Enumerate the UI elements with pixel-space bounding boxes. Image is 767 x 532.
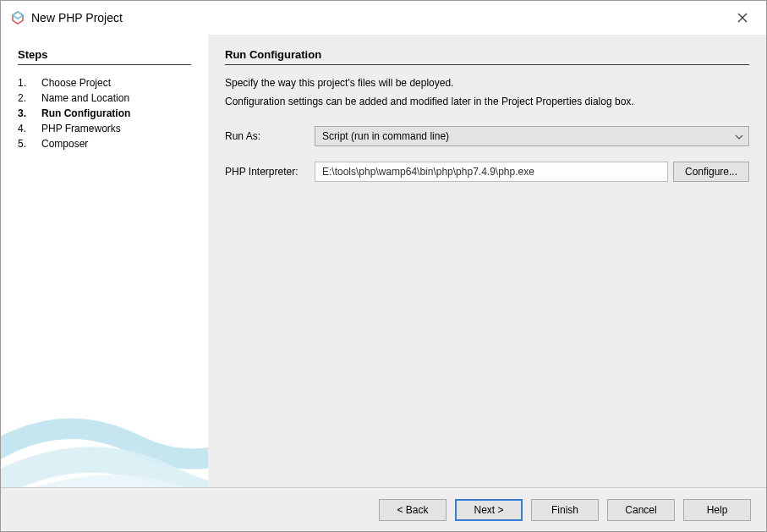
cancel-button[interactable]: Cancel — [607, 499, 675, 521]
step-num: 4. — [18, 123, 30, 134]
step-num: 2. — [18, 92, 30, 104]
window-title: New PHP Project — [31, 11, 726, 25]
step-item-1: 1. Choose Project — [18, 75, 191, 90]
steps-sidebar: Steps 1. Choose Project 2. Name and Loca… — [1, 35, 208, 487]
app-icon — [11, 11, 25, 25]
next-button[interactable]: Next > — [455, 499, 523, 521]
steps-list: 1. Choose Project 2. Name and Location 3… — [18, 75, 191, 151]
interpreter-row: PHP Interpreter: E:\tools\php\wamp64\bin… — [225, 162, 749, 182]
titlebar: New PHP Project — [1, 1, 766, 35]
run-as-value: Script (run in command line) — [322, 130, 449, 142]
divider — [18, 64, 191, 65]
run-as-label: Run As: — [225, 130, 310, 142]
chevron-down-icon — [735, 130, 743, 142]
interpreter-value: E:\tools\php\wamp64\bin\php\php7.4.9\php… — [322, 166, 534, 178]
finish-button[interactable]: Finish — [531, 499, 599, 521]
dialog-body: Steps 1. Choose Project 2. Name and Loca… — [1, 35, 766, 487]
step-item-3: 3. Run Configuration — [18, 106, 191, 121]
run-as-select[interactable]: Script (run in command line) — [315, 126, 749, 146]
run-as-row: Run As: Script (run in command line) — [225, 126, 749, 146]
decorative-wave-icon — [1, 301, 208, 487]
step-label: Name and Location — [41, 92, 129, 104]
step-label: Choose Project — [41, 77, 111, 89]
step-label: Composer — [41, 138, 88, 150]
configure-button[interactable]: Configure... — [673, 162, 749, 182]
interpreter-field[interactable]: E:\tools\php\wamp64\bin\php\php7.4.9\php… — [315, 162, 668, 182]
close-icon — [737, 13, 748, 23]
close-button[interactable] — [726, 5, 759, 30]
main-panel: Run Configuration Specify the way this p… — [208, 35, 766, 487]
dialog-footer: < Back Next > Finish Cancel Help — [1, 487, 766, 531]
interpreter-label: PHP Interpreter: — [225, 166, 310, 178]
step-label: Run Configuration — [41, 107, 130, 119]
configure-label: Configure... — [685, 166, 737, 178]
help-button[interactable]: Help — [683, 499, 751, 521]
back-button[interactable]: < Back — [379, 499, 447, 521]
main-heading: Run Configuration — [225, 48, 749, 61]
divider — [225, 64, 749, 65]
step-num: 5. — [18, 138, 30, 150]
step-item-4: 4. PHP Frameworks — [18, 121, 191, 136]
description-line-2: Configuration settings can be added and … — [225, 94, 749, 109]
description-line-1: Specify the way this project's files wil… — [225, 75, 749, 90]
step-label: PHP Frameworks — [41, 123, 121, 134]
step-item-2: 2. Name and Location — [18, 90, 191, 106]
step-item-5: 5. Composer — [18, 136, 191, 151]
step-num: 1. — [18, 77, 30, 89]
step-num: 3. — [18, 107, 30, 119]
steps-heading: Steps — [18, 48, 191, 61]
dialog-window: New PHP Project Steps 1. Choose Project … — [0, 0, 767, 532]
